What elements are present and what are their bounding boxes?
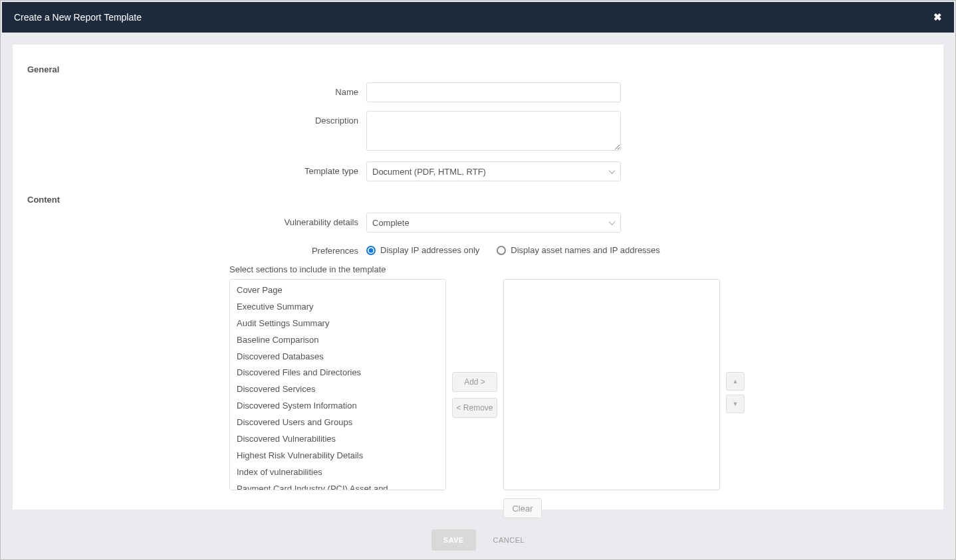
name-input[interactable] — [366, 82, 621, 102]
list-item[interactable]: Executive Summary — [230, 299, 445, 316]
section-general-label: General — [27, 64, 929, 74]
list-item[interactable]: Discovered Services — [230, 381, 445, 398]
available-sections-listbox[interactable]: Cover Page Executive Summary Audit Setti… — [229, 279, 446, 490]
name-label: Name — [27, 82, 366, 97]
description-label: Description — [27, 111, 366, 126]
modal-title: Create a New Report Template — [14, 12, 142, 23]
list-item[interactable]: Discovered Vulnerabilities — [230, 431, 445, 448]
radio-display-ip-only[interactable]: Display IP addresses only — [366, 245, 479, 255]
list-item[interactable]: Index of vulnerabilities — [230, 464, 445, 481]
save-button[interactable]: SAVE — [431, 529, 476, 551]
close-icon[interactable]: ✖ — [933, 11, 942, 23]
move-up-button[interactable]: ▲ — [726, 372, 745, 391]
list-item[interactable]: Discovered Files and Directories — [230, 365, 445, 381]
list-item[interactable]: Discovered Databases — [230, 349, 445, 365]
modal-body: General Name Description Template type D… — [13, 45, 943, 510]
vuln-details-label: Vulnerability details — [27, 213, 366, 227]
sections-prompt: Select sections to include in the templa… — [229, 264, 929, 274]
list-item[interactable]: Cover Page — [230, 280, 445, 299]
radio-icon — [497, 246, 506, 255]
template-type-label: Template type — [27, 161, 366, 176]
move-down-button[interactable]: ▼ — [726, 395, 745, 413]
radio-display-names-and-ip[interactable]: Display asset names and IP addresses — [497, 245, 660, 255]
list-item[interactable]: Highest Risk Vulnerability Details — [230, 448, 445, 464]
section-content-label: Content — [27, 195, 929, 205]
list-item[interactable]: Audit Settings Summary — [230, 316, 445, 332]
add-button[interactable]: Add > — [452, 372, 497, 392]
radio-icon — [366, 246, 376, 255]
chevron-down-icon: ▼ — [733, 401, 739, 407]
radio-label: Display asset names and IP addresses — [511, 245, 660, 255]
modal-header: Create a New Report Template ✖ — [2, 2, 954, 33]
selected-sections-listbox[interactable] — [503, 279, 720, 490]
list-item[interactable]: Payment Card Industry (PCI) Asset and Vu… — [230, 481, 445, 490]
remove-button[interactable]: < Remove — [452, 398, 497, 418]
vuln-details-select[interactable]: Complete — [366, 213, 621, 233]
radio-label: Display IP addresses only — [380, 245, 479, 255]
list-item[interactable]: Baseline Comparison — [230, 332, 445, 349]
preferences-label: Preferences — [27, 241, 366, 256]
list-item[interactable]: Discovered System Information — [230, 398, 445, 415]
template-type-select[interactable]: Document (PDF, HTML, RTF) — [366, 161, 621, 181]
chevron-up-icon: ▲ — [733, 378, 739, 385]
modal-footer: SAVE CANCEL — [1, 521, 955, 553]
preferences-radio-group: Display IP addresses only Display asset … — [366, 241, 660, 255]
clear-button[interactable]: Clear — [503, 498, 542, 518]
description-textarea[interactable] — [366, 111, 621, 151]
cancel-button[interactable]: CANCEL — [493, 536, 525, 544]
list-item[interactable]: Discovered Users and Groups — [230, 415, 445, 431]
